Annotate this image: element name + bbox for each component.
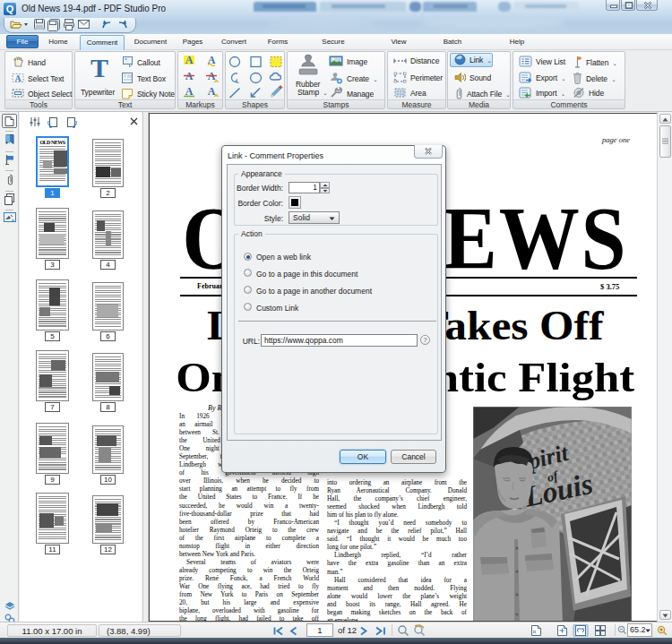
svg-text:A: A — [185, 54, 194, 66]
svg-text:A: A — [208, 85, 216, 98]
svg-text:A: A — [14, 73, 22, 83]
